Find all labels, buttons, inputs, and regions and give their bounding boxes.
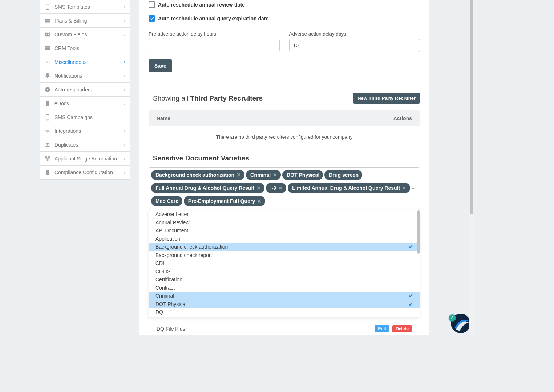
tag-remove-icon[interactable]: ✕ bbox=[402, 185, 407, 191]
list-item-dq-file-plus: DQ File Plus Edit Delete bbox=[149, 317, 420, 332]
dropdown-scrollbar[interactable] bbox=[417, 210, 420, 254]
svg-rect-22 bbox=[46, 170, 49, 175]
sidebar-item-custom-fields[interactable]: Custom Fields› bbox=[40, 28, 130, 41]
tag[interactable]: DOT Physical bbox=[282, 170, 323, 180]
svg-point-5 bbox=[46, 33, 47, 34]
sidebar-item-sms-templates[interactable]: SMS Templates› bbox=[40, 0, 130, 14]
sensitive-docs-multiselect[interactable]: Background check authorization✕Criminal✕… bbox=[149, 167, 420, 210]
delete-button[interactable]: Delete bbox=[392, 325, 412, 332]
dropdown-option-label: Background check authorization bbox=[155, 244, 228, 250]
tag-remove-icon[interactable]: ✕ bbox=[256, 185, 261, 191]
svg-point-1 bbox=[47, 8, 48, 9]
sidebar-item-duplicates[interactable]: Duplicates› bbox=[40, 138, 130, 152]
chevron-right-icon: › bbox=[124, 45, 125, 51]
sidebar-item-auto-responders[interactable]: Auto-responders› bbox=[40, 83, 130, 97]
tag[interactable]: I-9✕ bbox=[266, 183, 286, 193]
tag-label: DOT Physical bbox=[287, 172, 319, 178]
dropdown-option[interactable]: Adverse Letter bbox=[149, 210, 420, 219]
tag-remove-icon[interactable]: ✕ bbox=[278, 185, 283, 191]
tag[interactable]: Background check authorization✕ bbox=[151, 170, 244, 180]
chevron-right-icon: › bbox=[124, 156, 125, 161]
chevron-right-icon: › bbox=[124, 128, 125, 134]
svg-point-17 bbox=[47, 119, 48, 119]
edit-button[interactable]: Edit bbox=[375, 325, 389, 332]
sidebar-item-notifications[interactable]: Notifications› bbox=[40, 69, 130, 83]
svg-rect-19 bbox=[45, 156, 47, 158]
checkbox-auto-query[interactable]: Auto reschedule annual query expiration … bbox=[149, 15, 420, 22]
svg-point-11 bbox=[45, 61, 46, 62]
svg-point-13 bbox=[49, 61, 50, 62]
page-scrollbar[interactable] bbox=[469, 0, 474, 335]
sidebar-item-applicant-stage-automation[interactable]: Applicant Stage Automation› bbox=[40, 152, 130, 166]
pre-adverse-hours-input[interactable] bbox=[149, 39, 280, 52]
checkbox-auto-review[interactable]: Auto reschedule annual review date bbox=[149, 1, 420, 8]
field-label-pre-hours: Pre adverse action delay hours bbox=[149, 31, 280, 37]
card-icon bbox=[44, 17, 53, 24]
tag-label: Med Card bbox=[155, 198, 179, 204]
svg-point-12 bbox=[47, 61, 48, 62]
sidebar-item-label: Auto-responders bbox=[54, 87, 124, 93]
svg-rect-7 bbox=[48, 34, 50, 35]
sidebar-item-miscellaneous[interactable]: Miscellaneous› bbox=[40, 55, 130, 69]
dropdown-option[interactable]: Application bbox=[149, 235, 420, 243]
mobile-icon bbox=[44, 3, 53, 11]
dropdown-option[interactable]: Criminal✔ bbox=[149, 292, 420, 300]
dropdown-option[interactable]: CDLIS bbox=[149, 268, 420, 276]
dropdown-option[interactable]: Background check report bbox=[149, 251, 420, 260]
sidebar-item-label: Integrations bbox=[54, 128, 124, 134]
dropdown-option[interactable]: Background check authorization✔ bbox=[149, 243, 420, 251]
tag[interactable]: Med Card bbox=[151, 196, 182, 206]
adverse-days-input[interactable] bbox=[289, 39, 420, 52]
sidebar-item-label: Custom Fields bbox=[54, 32, 124, 37]
column-actions: Actions bbox=[393, 115, 412, 121]
tag[interactable]: Drug screen bbox=[324, 170, 362, 180]
bell-icon bbox=[44, 72, 53, 79]
new-recruiter-button[interactable]: New Third Party Recruiter bbox=[353, 93, 420, 104]
chevron-up-icon[interactable] bbox=[411, 186, 415, 192]
tag[interactable]: Pre-Employment Full Query✕ bbox=[184, 196, 265, 206]
dropdown-option[interactable]: Contract bbox=[149, 284, 420, 292]
tag[interactable]: Criminal✕ bbox=[246, 170, 281, 180]
main-content-card: Auto reschedule annual review date Auto … bbox=[139, 0, 429, 335]
flow-icon bbox=[44, 155, 53, 162]
checkbox-icon[interactable] bbox=[149, 15, 155, 22]
sidebar-item-label: Duplicates bbox=[54, 142, 124, 148]
dropdown-option[interactable]: Annual Review bbox=[149, 219, 420, 227]
dropdown-option[interactable]: API Document bbox=[149, 226, 420, 235]
sidebar-item-crm-tools[interactable]: CRM Tools› bbox=[40, 41, 130, 55]
svg-rect-2 bbox=[45, 19, 50, 22]
section-title-recruiters: Showing all Third Party Recruiters bbox=[153, 94, 263, 102]
checkbox-icon[interactable] bbox=[149, 1, 155, 8]
sensitive-docs-dropdown[interactable]: Adverse LetterAnnual ReviewAPI DocumentA… bbox=[149, 210, 420, 317]
sidebar-item-sms-campaigns[interactable]: SMS Campaigns› bbox=[40, 110, 130, 124]
checkbox-label: Auto reschedule annual query expiration … bbox=[158, 16, 268, 21]
svg-rect-21 bbox=[47, 159, 49, 161]
sidebar-item-label: CRM Tools bbox=[54, 45, 124, 51]
sidebar-item-label: Applicant Stage Automation bbox=[54, 156, 124, 162]
column-name: Name bbox=[157, 115, 393, 121]
dropdown-option[interactable]: CDL bbox=[149, 259, 420, 268]
tag[interactable]: Limited Annual Drug & Alcohol Query Resu… bbox=[288, 183, 410, 193]
sidebar-item-label: SMS Templates bbox=[54, 4, 124, 10]
settings-sidebar: SMS Templates›Plans & Billing›Custom Fie… bbox=[40, 0, 130, 180]
dropdown-option-label: CDL bbox=[155, 260, 166, 266]
sidebar-item-compliance-configuration[interactable]: Compliance Configuration› bbox=[40, 166, 130, 179]
tag-label: Background check authorization bbox=[155, 172, 234, 178]
dropdown-option[interactable]: DOT Physical✔ bbox=[149, 300, 420, 309]
dropdown-option[interactable]: DQ bbox=[149, 308, 420, 317]
dropdown-option[interactable]: Certification bbox=[149, 275, 420, 284]
tag-remove-icon[interactable]: ✕ bbox=[257, 199, 262, 204]
sidebar-item-edocs[interactable]: eDocs› bbox=[40, 97, 130, 110]
tag-remove-icon[interactable]: ✕ bbox=[273, 172, 277, 177]
save-button[interactable]: Save bbox=[149, 59, 172, 72]
dropdown-option-label: Annual Review bbox=[155, 220, 189, 225]
tag[interactable]: Full Annual Drug & Alcohol Query Result✕ bbox=[151, 183, 264, 193]
tag-remove-icon[interactable]: ✕ bbox=[236, 172, 241, 177]
svg-point-14 bbox=[47, 77, 48, 78]
sidebar-item-integrations[interactable]: Integrations› bbox=[40, 124, 130, 138]
clipboard-icon bbox=[44, 169, 53, 176]
notification-badge[interactable]: 3 bbox=[449, 314, 456, 322]
check-icon: ✔ bbox=[409, 301, 413, 307]
sidebar-item-plans-billing[interactable]: Plans & Billing› bbox=[40, 14, 130, 28]
chevron-right-icon: › bbox=[124, 32, 125, 37]
